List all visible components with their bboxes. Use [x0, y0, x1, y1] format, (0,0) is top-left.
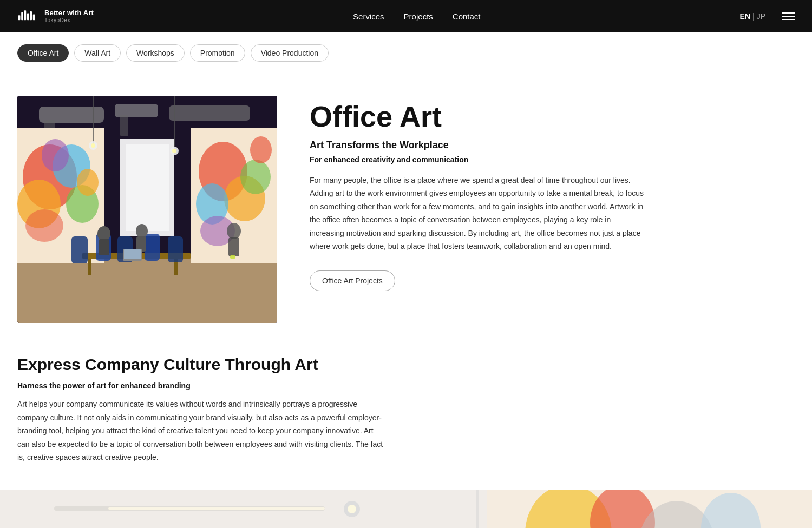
- hamburger-line-1: [782, 12, 795, 14]
- svg-rect-3: [27, 14, 29, 21]
- svg-point-18: [42, 139, 69, 171]
- svg-point-27: [250, 136, 272, 163]
- filter-office-art[interactable]: Office Art: [17, 44, 69, 62]
- svg-rect-12: [17, 258, 277, 323]
- svg-rect-53: [124, 249, 141, 259]
- hero-text: Office Art Art Transforms the Workplace …: [310, 96, 795, 291]
- lang-jp[interactable]: JP: [757, 12, 765, 21]
- filter-bar: Office Art Wall Art Workshops Promotion …: [0, 32, 812, 74]
- filter-video-production[interactable]: Video Production: [251, 44, 329, 62]
- hamburger-line-3: [782, 19, 795, 20]
- svg-point-32: [91, 143, 95, 148]
- main-content: Office Art Art Transforms the Workplace …: [0, 74, 812, 464]
- second-section: Express Company Culture Through Art Harn…: [17, 355, 385, 464]
- brand-sub: TokyoDex: [44, 17, 94, 23]
- svg-rect-40: [71, 236, 88, 263]
- svg-rect-9: [169, 105, 250, 121]
- svg-rect-29: [126, 144, 169, 231]
- site-header: Better with Art TokyoDex Services Projec…: [0, 0, 812, 32]
- brand-name: Better with Art: [44, 9, 94, 17]
- svg-rect-38: [88, 259, 91, 275]
- filter-wall-art[interactable]: Wall Art: [74, 44, 121, 62]
- bottom-image-section: [0, 490, 812, 529]
- svg-point-45: [97, 226, 110, 241]
- hero-image-wrap: [17, 96, 277, 323]
- filter-workshops[interactable]: Workshops: [126, 44, 185, 62]
- svg-point-59: [348, 505, 356, 513]
- office-art-projects-button[interactable]: Office Art Projects: [310, 270, 395, 291]
- svg-rect-51: [230, 255, 235, 259]
- svg-point-20: [77, 169, 99, 196]
- lang-divider: |: [752, 12, 755, 21]
- language-switcher: EN | JP: [740, 12, 765, 21]
- svg-rect-46: [99, 239, 109, 255]
- second-section-subtitle: Harness the power of art for enhanced br…: [17, 381, 385, 390]
- hero-title: Office Art: [310, 101, 795, 132]
- main-nav: Services Projects Contact: [353, 12, 480, 21]
- hero-description: For many people, the office is a place w…: [310, 174, 645, 253]
- svg-rect-50: [228, 237, 239, 256]
- hero-tagline: For enhanced creativity and communicatio…: [310, 155, 795, 164]
- svg-rect-11: [120, 115, 128, 136]
- logo-text: Better with Art TokyoDex: [44, 9, 94, 23]
- nav-contact[interactable]: Contact: [453, 12, 481, 21]
- lang-en[interactable]: EN: [740, 12, 750, 21]
- svg-rect-44: [168, 236, 183, 262]
- second-section-title: Express Company Culture Through Art: [17, 355, 385, 374]
- header-logo-area: Better with Art TokyoDex: [17, 6, 94, 26]
- svg-rect-5: [33, 14, 35, 20]
- hero-section: Office Art Art Transforms the Workplace …: [17, 96, 795, 323]
- svg-rect-67: [476, 490, 479, 529]
- hero-illustration: [17, 96, 277, 323]
- hero-image: [17, 96, 277, 323]
- svg-rect-0: [18, 15, 21, 20]
- nav-projects[interactable]: Projects: [404, 12, 433, 21]
- logo-icon: [17, 6, 37, 26]
- header-right: EN | JP: [740, 12, 795, 21]
- filter-promotion[interactable]: Promotion: [190, 44, 245, 62]
- svg-rect-57: [108, 507, 325, 510]
- svg-rect-2: [24, 10, 27, 20]
- svg-rect-4: [30, 11, 32, 20]
- second-section-description: Art helps your company communicate its v…: [17, 398, 385, 464]
- svg-rect-1: [21, 12, 23, 20]
- nav-services[interactable]: Services: [353, 12, 384, 21]
- hero-subtitle: Art Transforms the Workplace: [310, 140, 795, 151]
- svg-point-49: [227, 223, 241, 239]
- svg-point-47: [136, 224, 148, 238]
- svg-rect-43: [145, 234, 160, 261]
- svg-point-25: [240, 160, 271, 194]
- svg-point-19: [25, 209, 63, 242]
- hamburger-line-2: [782, 16, 795, 17]
- svg-point-35: [172, 149, 176, 153]
- hamburger-menu[interactable]: [782, 12, 795, 20]
- bottom-illustration: [0, 490, 812, 529]
